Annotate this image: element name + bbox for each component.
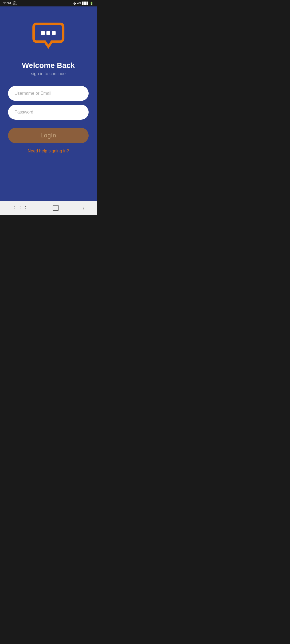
username-input[interactable] [8,86,89,101]
status-bar-left: 11:41 143 KB/s [3,1,17,6]
svg-rect-0 [41,31,45,35]
welcome-title: Welcome Back [22,61,75,70]
wifi-icon: ◕ [73,2,76,5]
help-link[interactable]: Need help signing in? [28,149,69,153]
signal-icon: ▋▋▋ [82,2,89,5]
password-input[interactable] [8,105,89,120]
svg-rect-1 [46,31,50,35]
logo-container [31,20,66,53]
welcome-subtitle: sign in to continue [31,71,66,76]
status-bar-right: ◕ 4G ▋▋▋ 🔋 [73,2,93,5]
back-nav-icon[interactable]: ‹ [83,205,85,211]
app-logo-icon [31,20,66,52]
status-bar: 11:41 143 KB/s ◕ 4G ▋▋▋ 🔋 [0,0,97,6]
status-time: 11:41 [3,1,12,5]
menu-nav-icon[interactable]: ⋮⋮⋮ [12,205,28,211]
nav-bar: ⋮⋮⋮ ‹ [0,201,97,215]
svg-rect-2 [52,31,56,35]
main-content: Welcome Back sign in to continue Login N… [0,6,97,201]
data-speed: 143 KB/s [13,1,17,6]
battery-icon: 🔋 [90,2,93,5]
phone-container: 11:41 143 KB/s ◕ 4G ▋▋▋ 🔋 [0,0,97,215]
network-icon: 4G [77,2,81,5]
login-form [8,86,89,120]
login-button[interactable]: Login [8,128,89,143]
home-nav-icon[interactable] [53,205,59,211]
